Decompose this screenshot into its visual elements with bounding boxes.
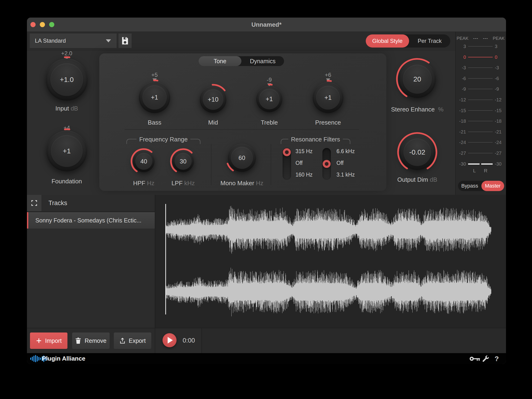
resonance-low-option[interactable]: Off <box>296 160 303 166</box>
expand-icon <box>31 200 38 206</box>
master-button[interactable]: Master <box>481 181 504 191</box>
mono-maker-label: Mono Maker Hz <box>220 180 263 187</box>
frequency-range-group: Frequency Range <box>127 136 200 144</box>
resonance-slider-high[interactable] <box>323 148 331 180</box>
remove-button[interactable]: Remove <box>72 332 110 349</box>
trash-icon <box>75 337 81 344</box>
save-icon <box>121 37 129 45</box>
transport-bar: Import Remove Export BRAINWORX by Native… <box>27 328 506 354</box>
waveform-area[interactable] <box>155 195 506 328</box>
bass-value: +1 <box>151 94 158 101</box>
license-key-button[interactable] <box>469 353 480 364</box>
tone-dynamics-tabs: Tone Dynamics <box>199 56 284 66</box>
peak-value-left: --- <box>473 36 478 41</box>
resonance-high-option[interactable]: Off <box>336 160 343 166</box>
meter-row: -3-3 <box>457 65 505 70</box>
import-button[interactable]: Import <box>30 332 67 349</box>
panel-divider <box>211 144 211 185</box>
key-icon <box>469 356 480 361</box>
play-button[interactable] <box>163 333 177 347</box>
help-button[interactable]: ? <box>494 353 499 364</box>
stereo-enhance-knob[interactable]: 20 <box>399 60 436 98</box>
input-value: +1.0 <box>60 76 74 84</box>
stereo-enhance-value: 20 <box>413 75 421 83</box>
meter-row-level: -30-30 <box>457 161 505 166</box>
bass-knob[interactable]: +1 <box>139 82 170 113</box>
help-icon: ? <box>494 355 499 363</box>
lpf-knob[interactable]: 30 <box>172 151 194 172</box>
tracks-header: Tracks <box>27 195 155 212</box>
hpf-knob[interactable]: 40 <box>133 151 155 172</box>
meter-level-bars <box>468 164 493 165</box>
output-dim-knob[interactable]: -0.02 <box>399 134 435 170</box>
expand-tracks-button[interactable] <box>27 195 41 211</box>
meter-row: -12-12 <box>457 97 505 102</box>
playhead[interactable] <box>165 204 166 315</box>
settings-button[interactable] <box>482 353 490 364</box>
mid-label: Mid <box>208 119 218 126</box>
play-icon <box>168 337 173 343</box>
presence-value: +1 <box>324 94 332 101</box>
peak-value-right: --- <box>483 36 488 41</box>
track-list-item[interactable]: Sonny Fodera - Somedays (Chris Ectic... <box>27 212 155 228</box>
treble-label: Treble <box>261 119 278 126</box>
preset-label: LA Standard <box>35 38 66 44</box>
title-bar: Unnamed* <box>27 18 506 32</box>
stereo-enhance-label: Stereo Enhance % <box>391 106 443 113</box>
mid-knob[interactable]: +10 <box>200 86 226 113</box>
treble-value: +1 <box>266 95 273 103</box>
input-label: Input dB <box>56 105 78 112</box>
foundation-label: Foundation <box>51 178 82 185</box>
plugin-alliance-label: Plugin Alliance <box>42 353 85 364</box>
tracks-panel: Sonny Fodera - Somedays (Chris Ectic... <box>27 212 155 328</box>
resonance-low-option[interactable]: 160 Hz <box>296 172 313 178</box>
resonance-slider-high-handle[interactable] <box>323 160 331 168</box>
output-dim-value: -0.02 <box>409 148 425 156</box>
meter-channel-right: R <box>483 168 488 173</box>
lpf-label: LPF kHz <box>171 180 195 187</box>
mode-per-track[interactable]: Per Track <box>409 34 450 48</box>
meter-channel-left: L <box>472 168 477 173</box>
tab-dynamics[interactable]: Dynamics <box>241 56 284 66</box>
bypass-master-toggle: Bypass Master <box>458 181 504 191</box>
treble-knob[interactable]: +1 <box>256 86 282 112</box>
hpf-label: HPF Hz <box>133 180 154 187</box>
bypass-button[interactable]: Bypass <box>458 181 481 191</box>
meter-row: 33 <box>457 44 505 49</box>
presence-knob[interactable]: +1 <box>313 82 343 113</box>
resonance-slider-low[interactable] <box>283 148 291 180</box>
mono-maker-knob[interactable]: 60 <box>228 144 256 172</box>
mode-global-style[interactable]: Global Style <box>366 34 409 48</box>
resonance-high-option[interactable]: 3.1 kHz <box>336 172 355 178</box>
resonance-slider-low-handle[interactable] <box>283 148 291 156</box>
meter-row: -18-18 <box>457 119 505 124</box>
export-button[interactable]: Export <box>114 332 151 349</box>
mono-maker-value: 60 <box>239 154 245 162</box>
plus-icon <box>36 338 42 344</box>
meter-row: -15-15 <box>457 108 505 113</box>
upload-icon <box>120 337 126 344</box>
bass-label: Bass <box>148 119 161 126</box>
peak-meter-header: PEAK --- --- PEAK <box>457 36 505 41</box>
plugin-alliance-bar: Plugin Alliance ? <box>27 353 506 364</box>
lpf-value: 30 <box>180 158 187 165</box>
panel-divider <box>271 144 271 185</box>
foundation-knob[interactable]: +1 <box>46 131 87 171</box>
tracks-title: Tracks <box>49 195 67 211</box>
panel-divider <box>125 129 359 130</box>
hpf-value: 40 <box>140 158 147 165</box>
resonance-low-option[interactable]: 315 Hz <box>296 148 313 155</box>
output-dim-label: Output Dim dB <box>397 176 437 183</box>
resonance-high-option[interactable]: 6.6 kHz <box>336 148 355 155</box>
wrench-icon <box>482 355 490 363</box>
input-knob[interactable]: +1.0 <box>46 58 88 101</box>
plugin-window: Unnamed* LA Standard Global Style Per Tr… <box>27 18 506 364</box>
peak-label-left: PEAK <box>457 36 469 41</box>
tab-tone[interactable]: Tone <box>199 56 241 66</box>
waveform-canvas <box>155 195 506 328</box>
chevron-down-icon <box>106 39 111 42</box>
meter-row: -27-27 <box>457 151 505 156</box>
preset-selector[interactable]: LA Standard <box>30 33 117 48</box>
save-preset-button[interactable] <box>119 33 132 48</box>
meter-row-zero: 00 <box>457 55 505 60</box>
